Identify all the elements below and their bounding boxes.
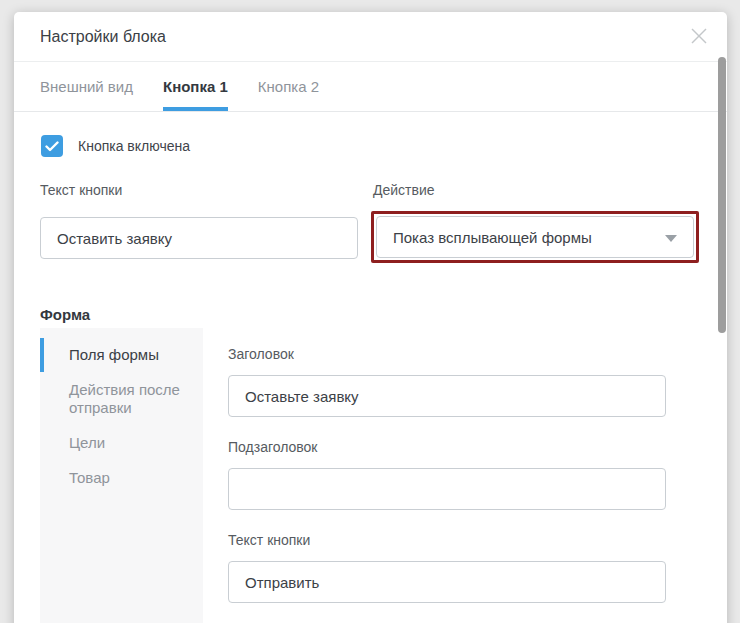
dialog-title: Настройки блока xyxy=(40,28,166,46)
form-nav: Поля формы Действия после отправки Цели … xyxy=(40,328,203,623)
close-icon xyxy=(691,28,707,44)
dialog-header: Настройки блока xyxy=(14,12,727,62)
form-section-title: Форма xyxy=(40,306,90,323)
action-select[interactable]: Показ всплывающей формы xyxy=(376,216,694,258)
tab-appearance[interactable]: Внешний вид xyxy=(40,62,133,111)
form-button-text-label: Текст кнопки xyxy=(228,532,666,548)
title-label: Заголовок xyxy=(228,346,666,362)
button-text-label: Текст кнопки xyxy=(40,182,122,198)
checkmark-icon xyxy=(45,141,59,152)
dropdown-arrow-icon xyxy=(665,235,677,242)
vertical-scrollbar[interactable] xyxy=(718,57,726,333)
subtitle-field-group: Подзаголовок xyxy=(228,439,666,510)
button-enabled-label: Кнопка включена xyxy=(78,138,190,154)
title-input[interactable] xyxy=(228,375,666,417)
close-button[interactable] xyxy=(688,25,710,47)
title-field-group: Заголовок xyxy=(228,346,666,417)
button-enabled-row: Кнопка включена xyxy=(41,135,190,157)
form-fields: Заголовок Подзаголовок Текст кнопки xyxy=(228,346,666,623)
tab-button-2[interactable]: Кнопка 2 xyxy=(258,62,319,111)
button-text-input[interactable] xyxy=(40,217,358,259)
nav-item-form-fields[interactable]: Поля формы xyxy=(40,338,203,372)
tab-bar: Внешний вид Кнопка 1 Кнопка 2 xyxy=(14,62,727,112)
tab-button-1[interactable]: Кнопка 1 xyxy=(163,62,228,111)
form-button-text-field-group: Текст кнопки xyxy=(228,532,666,603)
action-label: Действие xyxy=(373,182,435,198)
nav-item-after-submit-actions[interactable]: Действия после отправки xyxy=(40,373,203,425)
block-settings-dialog: Настройки блока Внешний вид Кнопка 1 Кно… xyxy=(14,12,727,623)
subtitle-input[interactable] xyxy=(228,468,666,510)
form-button-text-input[interactable] xyxy=(228,561,666,603)
nav-item-goals[interactable]: Цели xyxy=(40,426,203,460)
subtitle-label: Подзаголовок xyxy=(228,439,666,455)
action-select-value: Показ всплывающей формы xyxy=(393,229,592,246)
button-enabled-checkbox[interactable] xyxy=(41,135,63,157)
nav-item-product[interactable]: Товар xyxy=(40,461,203,495)
action-highlight-frame: Показ всплывающей формы xyxy=(371,211,699,263)
